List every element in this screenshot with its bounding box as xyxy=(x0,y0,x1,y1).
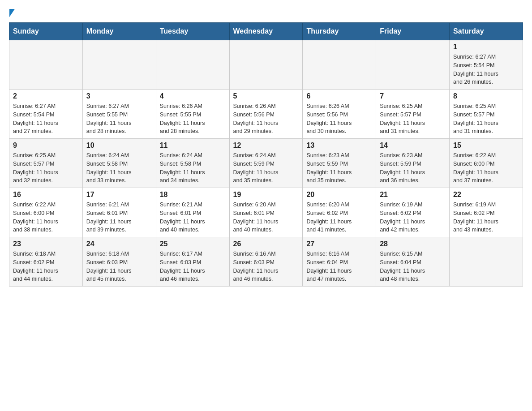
header-wednesday: Wednesday xyxy=(229,23,303,40)
day-info: Sunrise: 6:21 AMSunset: 6:01 PMDaylight:… xyxy=(86,201,152,234)
day-info: Sunrise: 6:24 AMSunset: 5:58 PMDaylight:… xyxy=(160,151,226,185)
day-info: Sunrise: 6:18 AMSunset: 6:03 PMDaylight:… xyxy=(86,250,152,283)
day-number: 28 xyxy=(380,240,446,248)
header-sunday: Sunday xyxy=(9,23,83,40)
header-friday: Friday xyxy=(376,23,450,40)
logo xyxy=(9,9,15,15)
table-row: 6Sunrise: 6:26 AMSunset: 5:56 PMDaylight… xyxy=(303,90,376,139)
day-info: Sunrise: 6:26 AMSunset: 5:56 PMDaylight:… xyxy=(233,102,299,136)
day-number: 2 xyxy=(13,92,79,100)
table-row xyxy=(450,237,523,287)
day-number: 15 xyxy=(453,141,519,150)
table-row: 18Sunrise: 6:21 AMSunset: 6:01 PMDayligh… xyxy=(156,188,229,237)
day-number: 5 xyxy=(233,92,299,100)
table-row xyxy=(303,40,376,90)
table-row: 7Sunrise: 6:25 AMSunset: 5:57 PMDaylight… xyxy=(376,90,450,139)
day-number: 14 xyxy=(380,141,446,150)
day-number: 9 xyxy=(13,141,79,150)
day-number: 11 xyxy=(160,141,226,150)
day-info: Sunrise: 6:23 AMSunset: 5:59 PMDaylight:… xyxy=(380,151,446,185)
day-number: 1 xyxy=(453,43,519,51)
header-thursday: Thursday xyxy=(303,23,376,40)
calendar-header-row: Sunday Monday Tuesday Wednesday Thursday… xyxy=(9,23,523,40)
table-row: 20Sunrise: 6:20 AMSunset: 6:02 PMDayligh… xyxy=(303,188,376,237)
header-tuesday: Tuesday xyxy=(156,23,229,40)
day-info: Sunrise: 6:19 AMSunset: 6:02 PMDaylight:… xyxy=(453,201,519,234)
calendar-week-row: 1Sunrise: 6:27 AMSunset: 5:54 PMDaylight… xyxy=(9,40,523,90)
table-row: 17Sunrise: 6:21 AMSunset: 6:01 PMDayligh… xyxy=(82,188,156,237)
table-row: 26Sunrise: 6:16 AMSunset: 6:03 PMDayligh… xyxy=(229,237,303,287)
day-number: 7 xyxy=(380,92,446,100)
day-info: Sunrise: 6:23 AMSunset: 5:59 PMDaylight:… xyxy=(306,151,372,185)
table-row: 23Sunrise: 6:18 AMSunset: 6:02 PMDayligh… xyxy=(9,237,83,287)
day-info: Sunrise: 6:25 AMSunset: 5:57 PMDaylight:… xyxy=(380,102,446,136)
day-info: Sunrise: 6:19 AMSunset: 6:02 PMDaylight:… xyxy=(380,201,446,234)
day-number: 6 xyxy=(306,92,372,100)
table-row xyxy=(156,40,229,90)
logo-triangle-icon xyxy=(9,9,15,17)
table-row: 14Sunrise: 6:23 AMSunset: 5:59 PMDayligh… xyxy=(376,139,450,188)
table-row: 24Sunrise: 6:18 AMSunset: 6:03 PMDayligh… xyxy=(82,237,156,287)
day-number: 22 xyxy=(453,191,519,199)
day-info: Sunrise: 6:22 AMSunset: 6:00 PMDaylight:… xyxy=(13,201,79,234)
header-saturday: Saturday xyxy=(450,23,523,40)
day-number: 21 xyxy=(380,191,446,199)
day-info: Sunrise: 6:20 AMSunset: 6:02 PMDaylight:… xyxy=(306,201,372,234)
day-info: Sunrise: 6:22 AMSunset: 6:00 PMDaylight:… xyxy=(453,151,519,185)
day-info: Sunrise: 6:27 AMSunset: 5:54 PMDaylight:… xyxy=(453,53,519,86)
day-info: Sunrise: 6:27 AMSunset: 5:55 PMDaylight:… xyxy=(86,102,152,136)
table-row: 25Sunrise: 6:17 AMSunset: 6:03 PMDayligh… xyxy=(156,237,229,287)
calendar-week-row: 16Sunrise: 6:22 AMSunset: 6:00 PMDayligh… xyxy=(9,188,523,237)
table-row: 12Sunrise: 6:24 AMSunset: 5:59 PMDayligh… xyxy=(229,139,303,188)
table-row: 27Sunrise: 6:16 AMSunset: 6:04 PMDayligh… xyxy=(303,237,376,287)
table-row: 13Sunrise: 6:23 AMSunset: 5:59 PMDayligh… xyxy=(303,139,376,188)
day-number: 13 xyxy=(306,141,372,150)
day-info: Sunrise: 6:15 AMSunset: 6:04 PMDaylight:… xyxy=(380,250,446,283)
calendar-week-row: 9Sunrise: 6:25 AMSunset: 5:57 PMDaylight… xyxy=(9,139,523,188)
table-row: 22Sunrise: 6:19 AMSunset: 6:02 PMDayligh… xyxy=(450,188,523,237)
calendar-week-row: 23Sunrise: 6:18 AMSunset: 6:02 PMDayligh… xyxy=(9,237,523,287)
table-row xyxy=(376,40,450,90)
day-info: Sunrise: 6:25 AMSunset: 5:57 PMDaylight:… xyxy=(453,102,519,136)
day-number: 17 xyxy=(86,191,152,199)
day-info: Sunrise: 6:16 AMSunset: 6:03 PMDaylight:… xyxy=(233,250,299,283)
table-row: 9Sunrise: 6:25 AMSunset: 5:57 PMDaylight… xyxy=(9,139,83,188)
table-row: 28Sunrise: 6:15 AMSunset: 6:04 PMDayligh… xyxy=(376,237,450,287)
table-row: 15Sunrise: 6:22 AMSunset: 6:00 PMDayligh… xyxy=(450,139,523,188)
day-number: 24 xyxy=(86,240,152,248)
day-info: Sunrise: 6:27 AMSunset: 5:54 PMDaylight:… xyxy=(13,102,79,136)
table-row: 16Sunrise: 6:22 AMSunset: 6:00 PMDayligh… xyxy=(9,188,83,237)
day-info: Sunrise: 6:25 AMSunset: 5:57 PMDaylight:… xyxy=(13,151,79,185)
day-number: 10 xyxy=(86,141,152,150)
day-number: 23 xyxy=(13,240,79,248)
table-row: 10Sunrise: 6:24 AMSunset: 5:58 PMDayligh… xyxy=(82,139,156,188)
day-number: 4 xyxy=(160,92,226,100)
day-info: Sunrise: 6:16 AMSunset: 6:04 PMDaylight:… xyxy=(306,250,372,283)
table-row: 11Sunrise: 6:24 AMSunset: 5:58 PMDayligh… xyxy=(156,139,229,188)
table-row: 5Sunrise: 6:26 AMSunset: 5:56 PMDaylight… xyxy=(229,90,303,139)
day-number: 26 xyxy=(233,240,299,248)
calendar-table: Sunday Monday Tuesday Wednesday Thursday… xyxy=(9,22,523,287)
table-row: 19Sunrise: 6:20 AMSunset: 6:01 PMDayligh… xyxy=(229,188,303,237)
header-monday: Monday xyxy=(82,23,156,40)
day-number: 20 xyxy=(306,191,372,199)
day-info: Sunrise: 6:24 AMSunset: 5:58 PMDaylight:… xyxy=(86,151,152,185)
day-number: 18 xyxy=(160,191,226,199)
table-row: 21Sunrise: 6:19 AMSunset: 6:02 PMDayligh… xyxy=(376,188,450,237)
calendar-week-row: 2Sunrise: 6:27 AMSunset: 5:54 PMDaylight… xyxy=(9,90,523,139)
day-number: 12 xyxy=(233,141,299,150)
table-row: 4Sunrise: 6:26 AMSunset: 5:55 PMDaylight… xyxy=(156,90,229,139)
day-number: 27 xyxy=(306,240,372,248)
day-info: Sunrise: 6:21 AMSunset: 6:01 PMDaylight:… xyxy=(160,201,226,234)
day-info: Sunrise: 6:20 AMSunset: 6:01 PMDaylight:… xyxy=(233,201,299,234)
day-number: 16 xyxy=(13,191,79,199)
table-row xyxy=(229,40,303,90)
day-info: Sunrise: 6:26 AMSunset: 5:55 PMDaylight:… xyxy=(160,102,226,136)
day-number: 3 xyxy=(86,92,152,100)
day-info: Sunrise: 6:17 AMSunset: 6:03 PMDaylight:… xyxy=(160,250,226,283)
table-row: 8Sunrise: 6:25 AMSunset: 5:57 PMDaylight… xyxy=(450,90,523,139)
day-number: 19 xyxy=(233,191,299,199)
table-row xyxy=(82,40,156,90)
day-number: 8 xyxy=(453,92,519,100)
page-header xyxy=(9,9,523,15)
